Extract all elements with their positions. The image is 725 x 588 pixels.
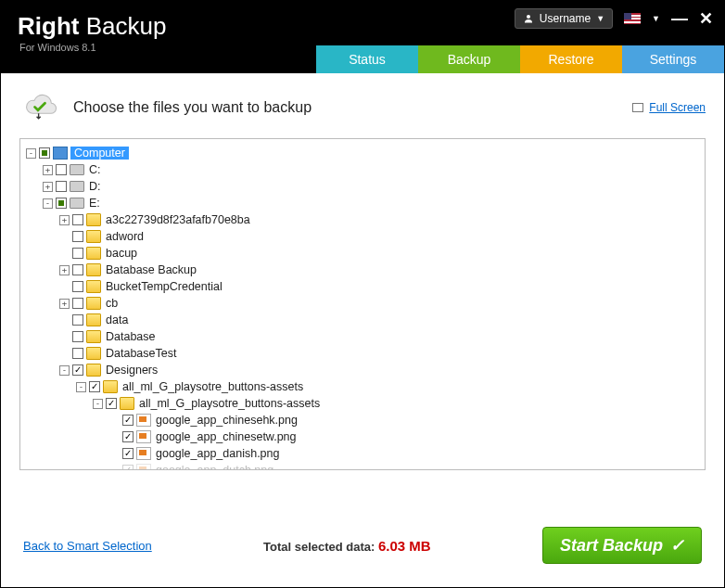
tree-node-drive-e[interactable]: -E: [43,195,701,211]
app-header: Right Backup For Windows 8.1 Username ▼ … [1,1,724,73]
tree-node-computer[interactable]: - Computer [26,145,701,161]
drive-icon [70,164,84,175]
expand-icon[interactable]: + [43,182,53,192]
checkbox[interactable] [56,198,67,209]
tree-node-file[interactable]: google_app_dutch.png [109,462,701,470]
chevron-down-icon: ▼ [596,14,604,23]
check-icon: ✓ [670,535,684,556]
tree-node-file[interactable]: google_app_chinesetw.png [109,428,701,445]
content-area: Choose the files you want to backup Full… [1,73,724,518]
checkbox[interactable] [39,147,50,159]
collapse-icon[interactable]: - [93,399,103,409]
tab-status[interactable]: Status [316,45,418,73]
tree-node-folder[interactable]: -all_ml_G_playsotre_buttons-assets [93,395,701,412]
tree-node-file[interactable]: google_app_danish.png [109,445,701,462]
checkbox[interactable] [122,415,134,426]
collapse-icon[interactable]: - [59,365,70,376]
tree-node-folder[interactable]: +a3c22739d8f23afafb70e8ba [59,211,701,228]
checkbox[interactable] [72,364,83,376]
cloud-check-icon [19,90,60,125]
app-title: Right Backup [18,12,166,41]
minimize-button[interactable]: — [671,14,688,23]
total-data-label: Total selected data: 6.03 MB [263,538,431,554]
tree-node-folder[interactable]: bacup [59,245,701,262]
tab-restore[interactable]: Restore [520,45,622,73]
folder-icon [86,230,101,243]
lang-chevron-down-icon[interactable]: ▼ [652,14,660,23]
tree-node-folder[interactable]: +Batabase Backup [59,262,701,278]
expand-icon[interactable]: + [59,215,70,225]
folder-icon [86,247,101,260]
username-label: Username [540,12,591,25]
image-file-icon [136,414,151,427]
tab-settings[interactable]: Settings [622,45,724,73]
flag-icon[interactable] [624,13,641,24]
checkbox[interactable] [122,431,134,442]
tree-node-folder[interactable]: +cb [59,295,701,312]
tree-node-folder[interactable]: Database [59,328,701,345]
file-tree[interactable]: - Computer +C: +D: -E: +a3c22739d8f23afa… [19,138,706,470]
checkbox[interactable] [72,348,83,359]
collapse-icon[interactable]: - [76,382,86,392]
collapse-icon[interactable]: - [26,148,36,159]
folder-icon [103,380,118,393]
checkbox[interactable] [72,214,83,225]
checkbox[interactable] [89,381,100,392]
tree-node-drive-d[interactable]: +D: [43,178,701,195]
computer-icon [53,147,68,160]
folder-icon [86,330,101,343]
full-screen-link[interactable]: Full Screen [632,101,706,114]
checkbox[interactable] [72,331,83,342]
tree-node-folder[interactable]: -all_ml_G_playsotre_buttons-assets [76,378,701,395]
back-to-smart-selection-link[interactable]: Back to Smart Selection [23,539,152,553]
checkbox[interactable] [72,314,83,326]
checkbox[interactable] [72,281,83,292]
checkbox[interactable] [56,181,67,192]
checkbox[interactable] [122,448,134,459]
collapse-icon[interactable]: - [43,198,53,209]
expand-icon[interactable]: + [59,265,70,275]
tree-node-folder[interactable]: DatabaseTest [59,345,701,362]
checkbox[interactable] [122,465,134,470]
image-file-icon [136,430,151,443]
tree-node-folder[interactable]: BucketTempCredential [59,278,701,295]
page-heading: Choose the files you want to backup [73,99,312,116]
image-file-icon [136,464,151,470]
checkbox[interactable] [72,248,83,259]
image-file-icon [136,447,151,460]
checkbox[interactable] [72,298,83,309]
footer-bar: Back to Smart Selection Total selected d… [1,518,724,572]
folder-icon [120,397,134,410]
tab-backup[interactable]: Backup [418,45,520,73]
drive-icon [70,181,84,192]
main-tabs: Status Backup Restore Settings [316,45,724,73]
tree-node-folder[interactable]: adword [59,228,701,245]
folder-icon [86,263,101,276]
tree-node-file[interactable]: google_app_chinesehk.png [109,412,701,428]
folder-icon [86,364,101,377]
fullscreen-icon [632,103,643,112]
folder-icon [86,347,101,360]
svg-point-0 [527,15,530,19]
folder-icon [86,280,101,293]
drive-icon [70,198,84,209]
tree-node-drive-c[interactable]: +C: [43,161,701,178]
checkbox[interactable] [106,398,117,409]
expand-icon[interactable]: + [43,165,53,175]
checkbox[interactable] [56,164,67,175]
folder-icon [86,313,101,326]
checkbox[interactable] [72,231,83,242]
folder-icon [86,213,101,226]
checkbox[interactable] [72,264,83,275]
username-dropdown[interactable]: Username ▼ [515,8,613,29]
start-backup-button[interactable]: Start Backup ✓ [542,527,702,564]
folder-icon [86,297,101,310]
expand-icon[interactable]: + [59,299,70,309]
tree-node-folder[interactable]: -Designers [59,362,701,378]
close-button[interactable]: ✕ [699,14,713,23]
tree-node-folder[interactable]: data [59,312,701,328]
